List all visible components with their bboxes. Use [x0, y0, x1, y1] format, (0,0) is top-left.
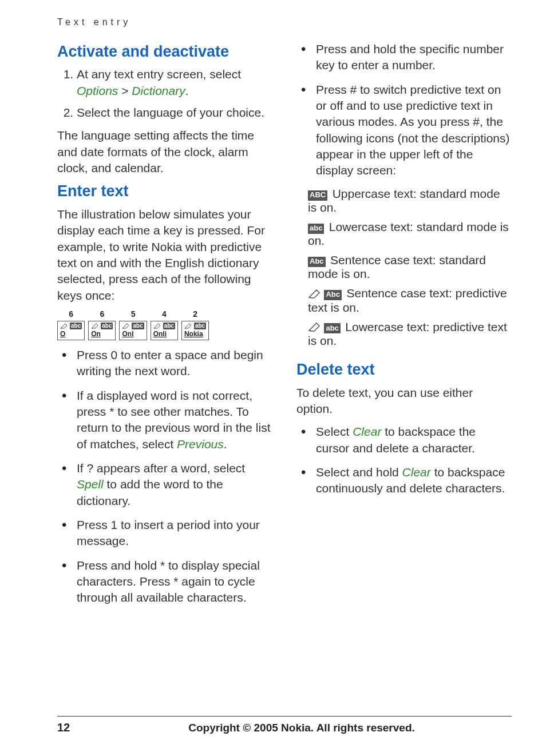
step1-post: . [185, 84, 189, 97]
mode-text-0: Uppercase text: standard mode is on. [308, 187, 500, 214]
step1-sep: > [118, 84, 132, 97]
abc-badge-icon: abc [163, 323, 175, 329]
enter-intro: The illustration below simulates your di… [57, 206, 272, 304]
right-bullet-0: Press and hold the specific number key t… [296, 41, 512, 74]
abc-badge-icon: abc [101, 323, 113, 329]
pen-icon [308, 289, 321, 301]
keynum-4: 2 [193, 309, 197, 319]
enter-bullet-1: If a displayed word is not correct, pres… [57, 388, 272, 452]
mode-line-2: Abc Sentence case text: standard mode is… [296, 253, 512, 281]
keyword-3: Onli [153, 330, 175, 338]
abc-uppercase-icon: ABC [308, 190, 327, 201]
abc-badge-icon: abc [194, 323, 206, 329]
d0-pre: Select [316, 425, 353, 438]
left-column: Activate and deactivate At any text entr… [57, 38, 272, 614]
step1-pre: At any text entry screen, select [77, 67, 241, 81]
pen-icon [184, 323, 192, 329]
section-enter-title: Enter text [57, 182, 272, 200]
screenbox-3: abc Onli [151, 321, 178, 340]
keyword-2: Onl [122, 330, 144, 338]
pen-icon [60, 323, 68, 329]
keystep-1: 6 abc On [88, 309, 116, 340]
abc-sentence-predictive-icon: Abc [324, 290, 342, 300]
delete-bullet-0: Select Clear to backspace the cursor and… [296, 424, 512, 456]
pen-icon [122, 323, 130, 329]
copyright-text: Copyright © 2005 Nokia. All rights reser… [92, 722, 512, 734]
screenbox-4: abc Nokia [181, 321, 209, 340]
enter-bullet-3: Press 1 to insert a period into your mes… [57, 517, 272, 550]
page-header: Text entry [57, 17, 512, 27]
kw-clear-2: Clear [402, 465, 431, 479]
activate-step-1: At any text entry screen, select Options… [77, 66, 272, 99]
pen-icon [308, 323, 321, 334]
keystep-3: 4 abc Onli [151, 309, 178, 340]
right-column: Press and hold the specific number key t… [296, 38, 512, 614]
keyword-4: Nokia [184, 330, 206, 338]
right-bullet-1: Press # to switch predictive text on or … [296, 82, 512, 179]
kw-clear-1: Clear [353, 425, 381, 438]
kw-spell: Spell [77, 478, 104, 491]
pen-icon [153, 323, 161, 329]
b1-post: . [224, 437, 227, 451]
mode-text-2: Sentence case text: standard mode is on. [308, 253, 486, 280]
keystep-0: 6 abc O [57, 309, 85, 340]
activate-after: The language setting affects the time an… [57, 128, 272, 176]
enter-bullet-0: Press 0 to enter a space and begin writi… [57, 347, 272, 380]
d1-pre: Select and hold [316, 465, 402, 479]
kw-options: Options [77, 84, 118, 97]
kw-previous: Previous [177, 437, 224, 451]
keynum-2: 5 [131, 309, 136, 319]
keystep-2: 5 abc Onl [119, 309, 147, 340]
delete-bullet-1: Select and hold Clear to backspace conti… [296, 464, 512, 497]
screenbox-2: abc Onl [119, 321, 147, 340]
abc-badge-icon: abc [70, 323, 82, 329]
keyword-0: O [60, 330, 82, 338]
section-activate-title: Activate and deactivate [57, 42, 272, 61]
kw-dictionary: Dictionary [132, 84, 185, 97]
keynum-1: 6 [100, 309, 104, 319]
mode-line-4: abc Lowercase text: predictive text is o… [296, 320, 512, 348]
page-number: 12 [57, 721, 92, 734]
keystep-4: 2 abc Nokia [181, 309, 209, 340]
activate-step-2: Select the language of your choice. [77, 105, 272, 121]
abc-lowercase-predictive-icon: abc [324, 323, 340, 333]
enter-bullets: Press 0 to enter a space and begin writi… [57, 347, 272, 606]
b2-pre: If ? appears after a word, select [77, 461, 245, 475]
keynum-3: 4 [162, 309, 167, 319]
delete-bullets: Select Clear to backspace the cursor and… [296, 424, 512, 496]
mode-text-1: Lowercase text: standard mode is on. [308, 220, 509, 247]
mode-line-1: abc Lowercase text: standard mode is on. [296, 220, 512, 248]
abc-lowercase-icon: abc [308, 224, 324, 234]
enter-bullet-4: Press and hold * to display special char… [57, 558, 272, 606]
abc-badge-icon: abc [132, 323, 144, 329]
activate-steps: At any text entry screen, select Options… [57, 66, 272, 121]
right-top-bullets: Press and hold the specific number key t… [296, 41, 512, 179]
keyword-1: On [91, 330, 113, 338]
delete-intro: To delete text, you can use either optio… [296, 385, 512, 417]
abc-sentence-icon: Abc [308, 257, 326, 267]
keynum-0: 6 [69, 309, 73, 319]
predictive-keyrow: 6 abc O 6 abc [57, 309, 272, 340]
mode-line-3: Abc Sentence case text: predictive text … [296, 287, 512, 315]
enter-bullet-2: If ? appears after a word, select Spell … [57, 460, 272, 509]
b1-pre: If a displayed word is not correct, pres… [77, 389, 271, 451]
section-delete-title: Delete text [296, 360, 512, 379]
screenbox-0: abc O [57, 321, 85, 340]
mode-line-0: ABC Uppercase text: standard mode is on. [296, 187, 512, 214]
page-footer: 12 Copyright © 2005 Nokia. All rights re… [57, 716, 512, 734]
screenbox-1: abc On [88, 321, 116, 340]
pen-icon [91, 323, 99, 329]
